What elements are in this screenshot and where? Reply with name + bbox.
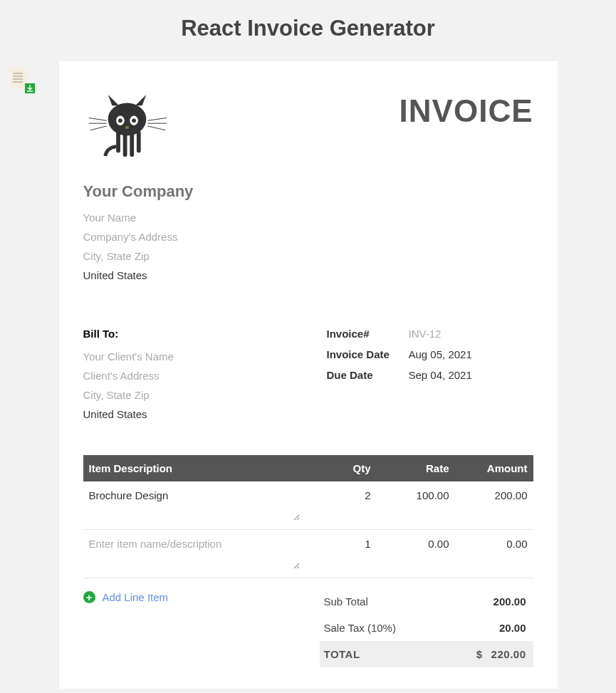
company-name-input[interactable] <box>83 182 533 201</box>
item-amount: 0.00 <box>449 535 528 550</box>
item-amount: 200.00 <box>449 486 528 501</box>
svg-line-10 <box>88 118 106 120</box>
company-country-input[interactable] <box>83 266 533 285</box>
svg-point-8 <box>132 118 136 123</box>
item-description-input[interactable] <box>89 486 300 521</box>
invoice-date-label[interactable] <box>327 348 409 360</box>
totals-block: Sub Total 200.00 Sale Tax (10%) 20.00 TO… <box>320 588 533 667</box>
subtotal-label: Sub Total <box>324 595 368 608</box>
svg-point-9 <box>125 126 129 129</box>
header-description: Item Description <box>89 462 307 474</box>
items-table: Item Description Qty Rate Amount 200.00 … <box>83 455 533 578</box>
due-date-input[interactable] <box>409 369 544 381</box>
svg-rect-1 <box>116 131 120 153</box>
add-line-label: Add Line Item <box>103 591 169 603</box>
client-address-input[interactable] <box>83 366 306 385</box>
tax-label: Sale Tax (10%) <box>324 622 396 634</box>
invoice-number-input[interactable] <box>409 328 544 340</box>
client-country-input[interactable] <box>83 405 306 424</box>
svg-rect-4 <box>136 131 140 153</box>
table-row: 0.00 <box>83 530 533 578</box>
bill-to-label[interactable] <box>83 328 221 340</box>
download-button[interactable] <box>7 66 35 93</box>
header-qty: Qty <box>307 462 371 474</box>
svg-point-7 <box>118 118 122 123</box>
svg-point-0 <box>108 103 146 135</box>
your-name-input[interactable] <box>83 208 533 227</box>
plus-icon: + <box>83 591 95 603</box>
item-description-input[interactable] <box>89 535 300 569</box>
document-label-input[interactable] <box>320 93 533 129</box>
currency-symbol: $ <box>476 648 483 660</box>
tax-value: 20.00 <box>499 622 526 634</box>
table-row: 200.00 <box>83 481 533 530</box>
svg-rect-2 <box>122 131 127 157</box>
item-qty-input[interactable] <box>307 486 371 504</box>
svg-line-15 <box>147 126 165 130</box>
item-rate-input[interactable] <box>371 486 449 504</box>
invoice-date-input[interactable] <box>409 348 544 360</box>
invoice-number-label[interactable] <box>327 328 409 340</box>
grand-total-label: TOTAL <box>324 648 360 660</box>
company-city-input[interactable] <box>83 246 533 266</box>
header-rate: Rate <box>371 462 449 474</box>
table-header: Item Description Qty Rate Amount <box>83 455 533 481</box>
page-title: React Invoice Generator <box>0 0 616 61</box>
due-date-label[interactable] <box>327 369 409 381</box>
grand-total-value: 220.00 <box>491 648 526 660</box>
subtotal-value: 200.00 <box>494 595 526 608</box>
client-city-input[interactable] <box>83 385 306 405</box>
company-logo[interactable] <box>86 93 168 161</box>
client-name-input[interactable] <box>83 347 306 366</box>
download-arrow-icon <box>25 83 35 93</box>
header-amount: Amount <box>449 462 528 474</box>
item-rate-input[interactable] <box>371 535 449 553</box>
svg-line-13 <box>147 118 167 120</box>
item-qty-input[interactable] <box>307 535 371 553</box>
add-line-item-button[interactable]: + Add Line Item <box>83 591 169 603</box>
company-address-input[interactable] <box>83 227 533 246</box>
svg-line-12 <box>90 126 106 130</box>
svg-rect-3 <box>130 131 134 157</box>
invoice-sheet: Item Description Qty Rate Amount 200.00 … <box>59 61 558 689</box>
